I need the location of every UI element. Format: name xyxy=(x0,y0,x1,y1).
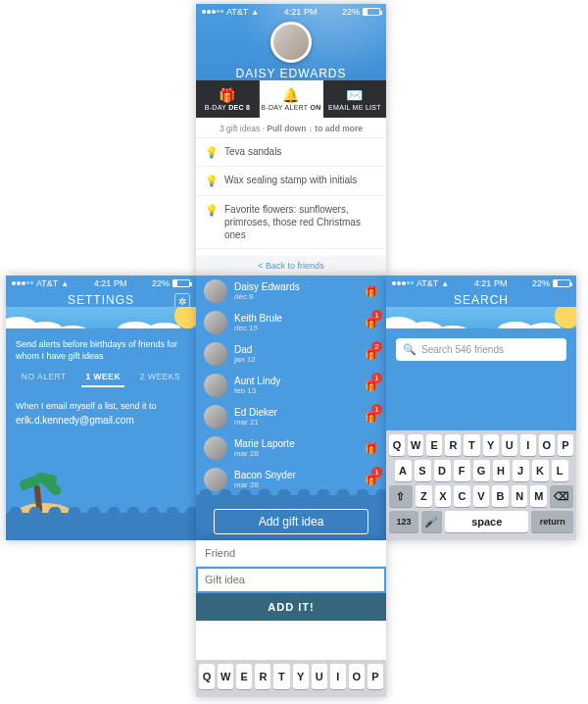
gift-idea-input[interactable] xyxy=(196,567,386,593)
key-d[interactable]: D xyxy=(434,460,451,481)
settings-alert-desc: Send alerts before birthdays of friends … xyxy=(6,328,196,368)
friends-list[interactable]: Daisy Edwardsdec 8🎁 Keith Bruledec 15🎁1 … xyxy=(196,276,386,495)
idea-row[interactable]: 💡Favorite flowers: sunflowers, primroses… xyxy=(196,196,386,249)
key-q[interactable]: Q xyxy=(199,664,215,689)
key-g[interactable]: G xyxy=(473,460,490,481)
key-n[interactable]: N xyxy=(512,485,528,507)
key-p[interactable]: P xyxy=(368,664,383,689)
status-bar: AT&T 4:21 PM 22% xyxy=(386,276,576,291)
key-p[interactable]: P xyxy=(558,434,573,456)
key-e[interactable]: E xyxy=(426,434,442,456)
key-o[interactable]: O xyxy=(539,434,555,456)
add-it-button[interactable]: ADD IT! xyxy=(196,593,386,621)
avatar xyxy=(204,342,227,366)
alert-interval-segmented: NO ALERT 1 WEEK 2 WEEKS xyxy=(6,368,196,387)
clock-label: 4:21 PM xyxy=(284,7,318,17)
carrier-label: AT&T xyxy=(226,7,248,17)
key-backspace[interactable]: ⌫ xyxy=(550,485,573,507)
settings-email-value[interactable]: erik.d.kennedy@gmail.com xyxy=(6,411,196,429)
key-123[interactable]: 123 xyxy=(389,511,418,532)
key-a[interactable]: A xyxy=(395,460,412,481)
gift-icon: 🎁 xyxy=(365,285,378,298)
friend-row[interactable]: Keith Bruledec 15🎁1 xyxy=(196,307,386,338)
idea-row[interactable]: 💡Wax sealing stamp with initials xyxy=(196,167,386,195)
island-illustration xyxy=(6,472,196,540)
seg-no-alert[interactable]: NO ALERT xyxy=(18,368,71,387)
bday-button[interactable]: 🎁 B-DAY DEC 8 xyxy=(196,80,260,118)
idea-row[interactable]: 💡Teva sandals xyxy=(196,138,386,167)
friend-row[interactable]: Ed Diekermar 21🎁1 xyxy=(196,401,386,432)
key-h[interactable]: H xyxy=(493,460,510,481)
key-c[interactable]: C xyxy=(454,485,470,507)
key-shift[interactable]: ⇧ xyxy=(389,485,413,507)
key-r[interactable]: R xyxy=(445,434,461,456)
search-icon: 🔍 xyxy=(403,343,416,356)
key-y[interactable]: Y xyxy=(293,664,309,689)
friends-footer: Add gift idea xyxy=(196,495,386,540)
avatar[interactable] xyxy=(270,22,312,63)
key-i[interactable]: I xyxy=(330,664,346,689)
avatar xyxy=(204,468,227,491)
mic-icon: 🎤 xyxy=(424,516,438,528)
count-badge: 1 xyxy=(371,404,382,415)
key-o[interactable]: O xyxy=(349,664,365,689)
screen-profile: AT&T 4:21 PM 22% DAISY EDWARDS 🎁 B-DAY D… xyxy=(196,4,386,276)
key-t[interactable]: T xyxy=(464,434,479,456)
key-q[interactable]: Q xyxy=(389,434,405,456)
key-t[interactable]: T xyxy=(273,664,289,689)
search-placeholder: Search 546 friends xyxy=(421,344,504,355)
avatar xyxy=(204,405,227,428)
status-bar: AT&T 4:21 PM 22% xyxy=(6,276,196,291)
key-b[interactable]: B xyxy=(492,485,509,507)
key-space[interactable]: space xyxy=(445,511,528,532)
friend-row[interactable]: Aunt Lindyfeb 13🎁1 xyxy=(196,370,386,401)
battery-pct: 22% xyxy=(342,7,360,17)
key-w[interactable]: W xyxy=(408,434,423,456)
friend-date: dec 8 xyxy=(234,292,300,301)
alert-button[interactable]: 🔔 B-DAY ALERT ON xyxy=(260,80,323,118)
clouds-decor xyxy=(6,307,196,328)
add-gift-idea-button[interactable]: Add gift idea xyxy=(214,509,368,534)
profile-name: DAISY EDWARDS xyxy=(196,67,386,80)
key-l[interactable]: L xyxy=(552,460,568,481)
clouds-decor xyxy=(386,307,576,328)
key-y[interactable]: Y xyxy=(483,434,499,456)
key-r[interactable]: R xyxy=(255,664,270,689)
key-e[interactable]: E xyxy=(236,664,252,689)
screen-add-idea: ADD IT! QWERTYUIOP xyxy=(196,540,386,697)
key-j[interactable]: J xyxy=(513,460,529,481)
settings-title: SETTINGS✲ xyxy=(6,293,196,307)
bulb-icon: 💡 xyxy=(205,145,219,159)
app-mock-canvas: AT&T 4:21 PM 22% DAISY EDWARDS 🎁 B-DAY D… xyxy=(0,0,588,704)
friend-row[interactable]: Daisy Edwardsdec 8🎁 xyxy=(196,276,386,307)
friend-row[interactable]: Dadjan 12🎁2 xyxy=(196,338,386,370)
key-m[interactable]: M xyxy=(530,485,547,507)
key-return[interactable]: return xyxy=(531,511,573,532)
key-u[interactable]: U xyxy=(502,434,517,456)
count-badge: 2 xyxy=(371,341,382,352)
ios-keyboard: QWERTYUIOP xyxy=(196,660,386,697)
key-s[interactable]: S xyxy=(415,460,431,481)
key-f[interactable]: F xyxy=(454,460,470,481)
search-input[interactable]: 🔍 Search 546 friends xyxy=(396,338,566,361)
back-to-friends-link[interactable]: < Back to friends xyxy=(196,256,386,276)
gift-icon: 🎁 xyxy=(219,88,235,102)
key-w[interactable]: W xyxy=(218,664,233,689)
kb-row-4: 123 🎤 space return xyxy=(389,511,573,532)
friend-input[interactable] xyxy=(196,540,386,567)
key-x[interactable]: X xyxy=(435,485,452,507)
seg-1-week[interactable]: 1 WEEK xyxy=(81,368,124,387)
seg-2-weeks[interactable]: 2 WEEKS xyxy=(136,368,184,387)
key-k[interactable]: K xyxy=(532,460,549,481)
key-v[interactable]: V xyxy=(473,485,490,507)
avatar xyxy=(204,374,227,397)
kb-row-1: QWERTYUIOP xyxy=(389,434,573,456)
friend-row[interactable]: Marie Laportemar 28🎁 xyxy=(196,432,386,464)
key-mic[interactable]: 🎤 xyxy=(421,511,442,532)
wifi-icon xyxy=(441,278,449,288)
key-u[interactable]: U xyxy=(312,664,327,689)
status-bar: AT&T 4:21 PM 22% xyxy=(196,4,386,20)
email-list-button[interactable]: ✉️ EMAIL ME LIST xyxy=(323,80,386,118)
key-i[interactable]: I xyxy=(520,434,536,456)
key-z[interactable]: Z xyxy=(416,485,432,507)
